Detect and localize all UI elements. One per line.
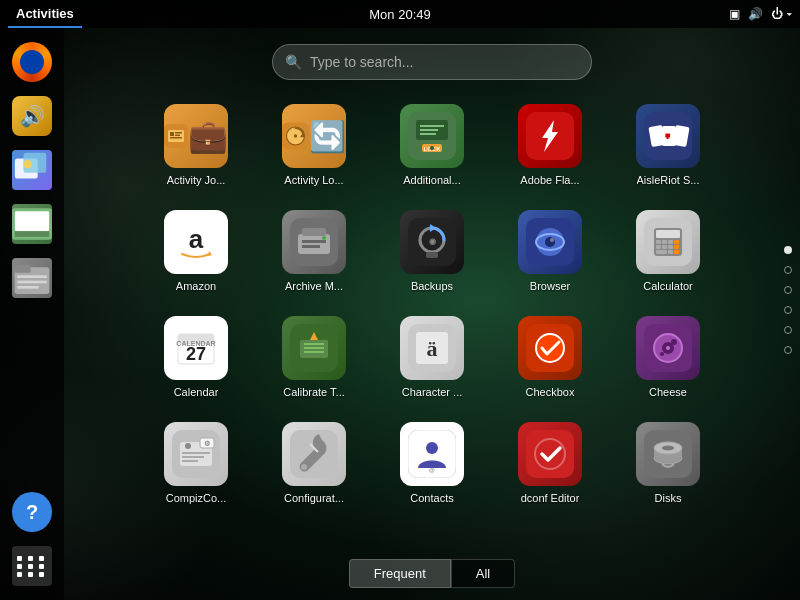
svg-rect-40 [302,228,326,236]
activities-button[interactable]: Activities [8,0,82,28]
search-bar[interactable]: 🔍 [272,44,592,80]
app-label-calendar: Calendar [174,386,219,398]
tab-all[interactable]: All [451,559,515,588]
sidebar-item-speaker[interactable]: 🔊 [8,92,56,140]
app-label-calculator: Calculator [643,280,693,292]
app-label-dconf: dconf Editor [521,492,580,504]
sidebar-item-grid[interactable] [8,542,56,590]
activity-jo-icon [164,104,228,168]
svg-rect-58 [674,240,679,244]
grid-icon [12,546,52,586]
app-label-activity-jo: Activity Jo... [167,174,226,186]
svg-rect-14 [175,132,182,134]
svg-rect-39 [302,245,320,248]
app-item-checkbox[interactable]: Checkbox [495,308,605,406]
app-item-aisleriot[interactable]: ♠ ♥ AisleRiot S... [613,96,723,194]
svg-rect-55 [656,240,661,244]
app-item-compiz[interactable]: ⚙ CompizCo... [141,414,251,512]
sidebar-item-photos[interactable] [8,146,56,194]
svg-rect-5 [15,231,49,237]
sidebar-item-image[interactable] [8,200,56,248]
nav-dots [784,246,792,354]
app-item-cheese[interactable]: Cheese [613,308,723,406]
app-label-browser: Browser [530,280,570,292]
app-item-calibrate[interactable]: Calibrate T... [259,308,369,406]
app-label-aisleriot: AisleRiot S... [637,174,700,186]
svg-point-81 [536,334,564,362]
svg-point-97 [301,464,307,470]
power-icon[interactable]: ⏻ ▾ [771,7,792,21]
svg-text:♥: ♥ [665,130,671,141]
app-item-disks[interactable]: Disks [613,414,723,512]
photos-icon [12,150,52,190]
tab-frequent[interactable]: Frequent [349,559,451,588]
compiz-icon: ⚙ [164,422,228,486]
svg-point-2 [23,160,32,169]
app-item-activity-lo[interactable]: Activity Lo... [259,96,369,194]
nav-dot-1[interactable] [784,246,792,254]
app-item-calendar[interactable]: CALENDAR 27 Calendar [141,308,251,406]
app-item-amazon[interactable]: a Amazon [141,202,251,300]
app-label-disks: Disks [655,492,682,504]
nav-dot-4[interactable] [784,306,792,314]
app-label-configurat: Configurat... [284,492,344,504]
svg-rect-59 [656,245,661,249]
sidebar-item-files[interactable] [8,254,56,302]
sidebar-item-help[interactable]: ? [8,488,56,536]
app-label-contacts: Contacts [410,492,453,504]
calculator-icon [636,210,700,274]
app-label-compiz: CompizCo... [166,492,227,504]
svg-rect-92 [182,456,204,458]
app-label-backups: Backups [411,280,453,292]
topbar-right: ▣ 🔊 ⏻ ▾ [729,7,792,21]
svg-rect-93 [182,460,198,462]
disks-icon [636,422,700,486]
files-icon [12,258,52,298]
nav-dot-2[interactable] [784,266,792,274]
app-item-activity-jo[interactable]: Activity Jo... [141,96,251,194]
app-item-contacts[interactable]: @ Contacts [377,414,487,512]
adobe-flash-icon [518,104,582,168]
sidebar-item-firefox[interactable] [8,38,56,86]
svg-rect-56 [662,240,667,244]
nav-dot-6[interactable] [784,346,792,354]
nav-dot-3[interactable] [784,286,792,294]
svg-rect-64 [668,250,673,254]
app-item-archive[interactable]: Archive M... [259,202,369,300]
svg-point-41 [322,236,326,240]
svg-text:⚙: ⚙ [204,440,210,447]
search-input[interactable] [310,54,579,70]
volume-icon[interactable]: 🔊 [748,7,763,21]
app-item-browser[interactable]: Browser [495,202,605,300]
speaker-icon: 🔊 [12,96,52,136]
svg-rect-57 [668,240,673,244]
svg-rect-10 [17,286,38,289]
svg-rect-13 [170,132,174,136]
archive-icon [282,210,346,274]
cheese-icon [636,316,700,380]
app-item-configurat[interactable]: Configurat... [259,414,369,512]
app-item-adobe-flash[interactable]: Adobe Fla... [495,96,605,194]
svg-rect-72 [300,340,328,358]
app-label-additional: Additional... [403,174,460,186]
svg-rect-45 [426,252,438,258]
svg-rect-60 [662,245,667,249]
app-label-character: Character ... [402,386,463,398]
configurat-icon [282,422,346,486]
svg-text:a: a [189,224,204,254]
screen-icon[interactable]: ▣ [729,7,740,21]
app-item-additional[interactable]: LOCK Additional... [377,96,487,194]
svg-rect-4 [15,211,49,231]
app-label-checkbox: Checkbox [526,386,575,398]
svg-text:@: @ [429,467,435,473]
search-icon: 🔍 [285,54,302,70]
app-item-character[interactable]: ä Character ... [377,308,487,406]
svg-point-107 [662,446,674,451]
app-label-calibrate: Calibrate T... [283,386,345,398]
browser-icon [518,210,582,274]
app-item-calculator[interactable]: Calculator [613,202,723,300]
nav-dot-5[interactable] [784,326,792,334]
app-item-backups[interactable]: ◉ Backups [377,202,487,300]
app-item-dconf[interactable]: dconf Editor [495,414,605,512]
help-icon: ? [12,492,52,532]
